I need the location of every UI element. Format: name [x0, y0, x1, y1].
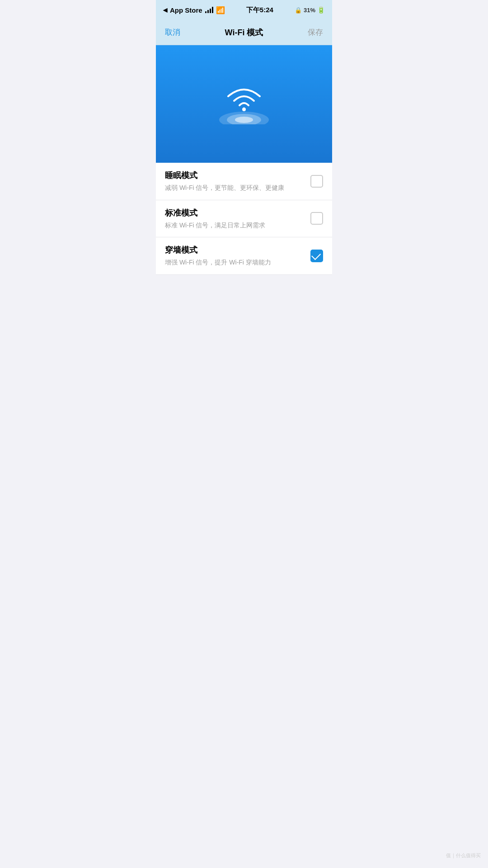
sleep-mode-desc: 减弱 Wi-Fi 信号，更节能、更环保、更健康	[165, 184, 303, 193]
penetrate-mode-checkbox[interactable]	[310, 250, 323, 262]
save-button[interactable]: 保存	[308, 27, 323, 38]
wifi-status-icon: 📶	[216, 6, 225, 14]
app-store-label: App Store	[170, 6, 202, 14]
svg-point-3	[242, 108, 246, 111]
standard-mode-item[interactable]: 标准模式 标准 Wi-Fi 信号，满足日常上网需求	[156, 200, 332, 238]
battery-percent: 31%	[304, 7, 315, 14]
signal-icon	[205, 7, 213, 13]
sleep-mode-checkbox[interactable]	[310, 175, 323, 188]
settings-list: 睡眠模式 减弱 Wi-Fi 信号，更节能、更环保、更健康 标准模式 标准 Wi-…	[156, 163, 332, 275]
standard-mode-checkbox[interactable]	[310, 212, 323, 225]
wifi-visual	[217, 84, 271, 124]
status-right: 🔒 31% 🔋	[295, 6, 325, 14]
penetrate-mode-desc: 增强 Wi-Fi 信号，提升 Wi-Fi 穿墙能力	[165, 258, 303, 267]
hero-section	[156, 45, 332, 163]
standard-mode-desc: 标准 Wi-Fi 信号，满足日常上网需求	[165, 221, 303, 230]
lock-icon: 🔒	[295, 7, 302, 14]
status-bar: ◂ App Store 📶 下午5:24 🔒 31% 🔋	[156, 0, 332, 20]
status-time: 下午5:24	[246, 6, 273, 14]
svg-point-2	[235, 117, 253, 123]
nav-bar: 取消 Wi-Fi 模式 保存	[156, 20, 332, 45]
sleep-mode-text: 睡眠模式 减弱 Wi-Fi 信号，更节能、更环保、更健康	[165, 170, 310, 193]
cancel-button[interactable]: 取消	[165, 27, 180, 38]
sleep-mode-item[interactable]: 睡眠模式 减弱 Wi-Fi 信号，更节能、更环保、更健康	[156, 163, 332, 200]
standard-mode-title: 标准模式	[165, 208, 303, 218]
battery-icon: 🔋	[317, 6, 325, 14]
wifi-icon	[217, 84, 271, 124]
penetrate-mode-title: 穿墙模式	[165, 245, 303, 255]
page-title: Wi-Fi 模式	[225, 27, 263, 38]
penetrate-mode-item[interactable]: 穿墙模式 增强 Wi-Fi 信号，提升 Wi-Fi 穿墙能力	[156, 237, 332, 275]
standard-mode-text: 标准模式 标准 Wi-Fi 信号，满足日常上网需求	[165, 208, 310, 230]
penetrate-mode-text: 穿墙模式 增强 Wi-Fi 信号，提升 Wi-Fi 穿墙能力	[165, 245, 310, 267]
status-left: ◂ App Store 📶	[163, 5, 225, 15]
back-chevron-icon: ◂	[163, 5, 167, 15]
sleep-mode-title: 睡眠模式	[165, 170, 303, 181]
